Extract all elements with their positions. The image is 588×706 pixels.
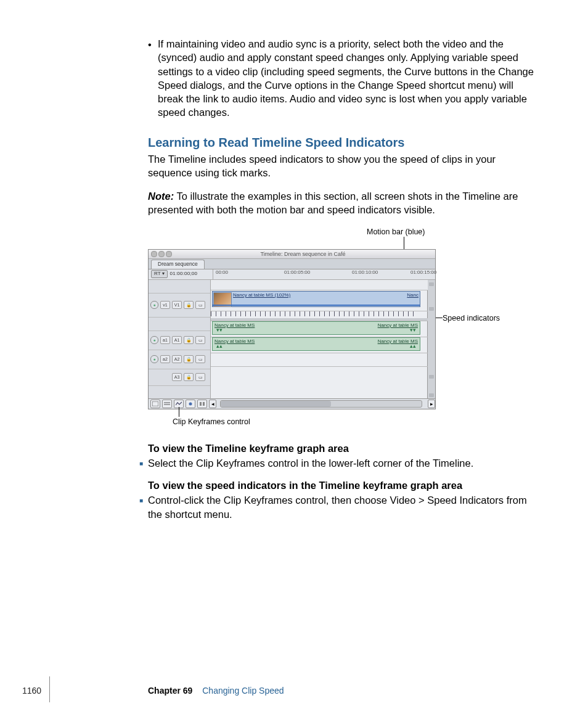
bullet-dot-icon: • xyxy=(148,37,158,120)
lock-icon[interactable]: 🔒 xyxy=(184,336,194,344)
a1-patch[interactable]: ● a1 A1 🔒 ▭ xyxy=(149,331,210,350)
timeline-footer: ◂ ▸ xyxy=(149,398,435,409)
stereo-marker-icon: ▴▴ xyxy=(410,342,416,350)
lock-icon[interactable]: 🔒 xyxy=(184,373,194,381)
v1-patch[interactable]: ● v1 V1 🔒 ▭ xyxy=(149,293,210,318)
step1-bullet: ■ Select the Clip Keyframes control in t… xyxy=(139,456,536,470)
track-row xyxy=(211,280,428,290)
section-intro: The Timeline includes speed indicators t… xyxy=(148,152,536,180)
source-patch[interactable]: v1 xyxy=(160,301,170,309)
timeline-window: Timeline: Dream sequence in Café Dream s… xyxy=(148,249,436,409)
autoselect-icon[interactable]: ▭ xyxy=(195,355,205,363)
callout-speed-label: Speed indicators xyxy=(443,314,500,322)
audible-icon[interactable]: ● xyxy=(150,355,158,363)
note-paragraph: Note: To illustrate the examples in this… xyxy=(148,189,536,217)
window-titlebar: Timeline: Dream sequence in Café xyxy=(149,250,435,259)
horizontal-scrollbar[interactable] xyxy=(220,400,422,408)
step2-bullet: ■ Control-click the Clip Keyframes contr… xyxy=(139,493,536,521)
autoselect-icon[interactable]: ▭ xyxy=(195,373,205,381)
svg-rect-4 xyxy=(200,402,202,406)
clip-name-right: Nanc xyxy=(407,292,419,299)
chapter-title: Changing Clip Speed xyxy=(202,686,284,696)
v1-track[interactable]: Nancy at table MS (102%) Nanc xyxy=(211,290,428,311)
tracks-area: ● v1 V1 🔒 ▭ ● a1 A1 🔒 ▭ xyxy=(149,280,435,400)
clip-canvas[interactable]: Nancy at table MS (102%) Nanc Nancy at xyxy=(211,280,435,400)
dest-patch[interactable]: V1 xyxy=(172,301,182,309)
footer-rule xyxy=(49,676,50,702)
time-ruler[interactable]: 00:00 01:00:05:00 01:00:10:00 01:00:15:0… xyxy=(213,269,435,279)
svg-rect-0 xyxy=(152,401,158,406)
chapter-label: Chapter 69 Changing Clip Speed xyxy=(148,685,284,697)
source-patch[interactable]: a1 xyxy=(160,336,170,344)
ruler-tick: 00:00 xyxy=(216,269,228,276)
track-patch-column: ● v1 V1 🔒 ▭ ● a1 A1 🔒 ▭ xyxy=(149,280,211,400)
callout-motion-bar: Motion bar (blue) xyxy=(367,227,425,237)
audio-clip[interactable]: Nancy at table MS Nancy at table MS ▾▾ ▾… xyxy=(212,321,420,335)
audible-icon[interactable]: ● xyxy=(150,336,158,344)
toggle-button[interactable] xyxy=(186,400,195,408)
window-title: Timeline: Dream sequence in Café xyxy=(173,250,433,258)
autoselect-icon[interactable]: ▭ xyxy=(195,301,205,309)
ruler-tick: 01:00:05:00 xyxy=(284,269,310,276)
note-label: Note: xyxy=(148,191,174,202)
autoselect-icon[interactable]: ▭ xyxy=(195,336,205,344)
step2-heading: To view the speed indicators in the Time… xyxy=(148,478,536,492)
sync-warning-bullet: • If maintaining video and audio sync is… xyxy=(80,37,536,120)
stereo-marker-icon: ▾▾ xyxy=(216,326,223,334)
step1-heading: To view the Timeline keyframe graph area xyxy=(148,441,536,455)
traffic-light-icon xyxy=(158,251,165,257)
stereo-marker-icon: ▾▾ xyxy=(410,326,416,334)
clip-name-label: Nancy at table MS (102%) xyxy=(233,292,290,299)
page-footer: 1160 Chapter 69 Changing Clip Speed xyxy=(0,676,588,706)
section-heading: Learning to Read Timeline Speed Indicato… xyxy=(148,134,536,151)
toggle-button[interactable] xyxy=(197,400,207,408)
dest-patch[interactable]: A2 xyxy=(172,355,182,363)
chapter-number: Chapter 69 xyxy=(148,686,192,696)
nav-right-button[interactable]: ▸ xyxy=(428,400,435,408)
video-clip[interactable]: Nancy at table MS (102%) Nanc xyxy=(212,291,420,307)
dest-patch[interactable]: A3 xyxy=(172,373,182,381)
svg-point-3 xyxy=(189,402,192,405)
a2-track[interactable]: Nancy at table MS Nancy at table MS ▴▴ ▴… xyxy=(211,337,428,353)
traffic-light-icon xyxy=(166,251,172,257)
stereo-marker-icon: ▴▴ xyxy=(216,342,223,350)
visibility-icon[interactable]: ● xyxy=(150,301,158,309)
source-patch[interactable]: a2 xyxy=(160,355,170,363)
callout-speed-indicators: Speed indicators xyxy=(443,313,500,324)
sequence-tab[interactable]: Dream sequence xyxy=(151,260,205,269)
rt-cell: RT ▾ 01:00:00;00 xyxy=(149,269,213,279)
audio-clip[interactable]: Nancy at table MS Nancy at table MS ▴▴ ▴… xyxy=(212,337,420,351)
ruler-tick: 01:00:10:00 xyxy=(352,269,378,276)
step1-text: Select the Clip Keyframes control in the… xyxy=(148,456,536,470)
traffic-light-icon xyxy=(151,251,157,257)
callout-clip-keyframes: Clip Keyframes control xyxy=(173,417,250,427)
ruler-row: RT ▾ 01:00:00;00 00:00 01:00:05:00 01:00… xyxy=(149,269,435,280)
callout-ckf-label: Clip Keyframes control xyxy=(173,417,250,426)
svg-rect-5 xyxy=(203,402,205,406)
note-text: To illustrate the examples in this secti… xyxy=(148,191,518,215)
a3-track[interactable] xyxy=(211,353,428,367)
lock-icon[interactable]: 🔒 xyxy=(184,355,194,363)
blue-bullet-icon: ■ xyxy=(139,493,148,521)
a3-patch[interactable]: A3 🔒 ▭ xyxy=(149,369,210,386)
dest-patch[interactable]: A1 xyxy=(172,336,182,344)
blue-bullet-icon: ■ xyxy=(139,456,148,470)
timeline-figure: Motion bar (blue) Speed indicators Timel… xyxy=(148,227,530,430)
ruler-tick: 01:00:15:00 xyxy=(410,269,436,276)
a1-track[interactable]: Nancy at table MS Nancy at table MS ▾▾ ▾… xyxy=(211,321,428,337)
page-number: 1160 xyxy=(22,685,41,697)
motion-bar xyxy=(213,305,420,306)
callout-line xyxy=(179,407,179,417)
nav-left-button[interactable]: ◂ xyxy=(209,400,216,408)
sequence-tab-row: Dream sequence xyxy=(149,259,435,269)
a2-patch[interactable]: ● a2 A2 🔒 ▭ xyxy=(149,350,210,369)
sync-warning-text: If maintaining video and audio sync is a… xyxy=(158,37,536,120)
vertical-scrollbar[interactable] xyxy=(427,280,435,400)
current-timecode[interactable]: 01:00:00;00 xyxy=(170,271,197,277)
clip-keyframes-icon xyxy=(176,401,182,406)
rt-popup-button[interactable]: RT ▾ xyxy=(151,270,168,278)
callout-motion-bar-label: Motion bar (blue) xyxy=(367,228,425,236)
toggle-track-height-button[interactable] xyxy=(150,400,160,408)
track-layout-menu-button[interactable] xyxy=(162,400,172,408)
lock-icon[interactable]: 🔒 xyxy=(184,301,194,309)
